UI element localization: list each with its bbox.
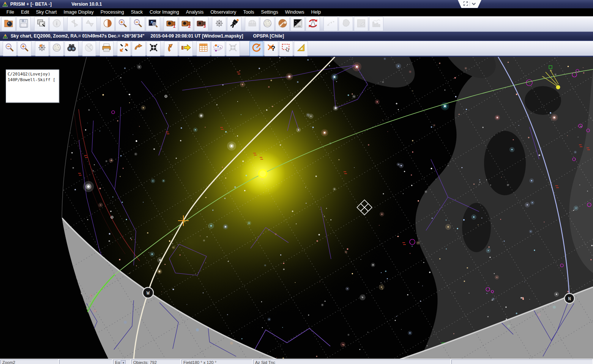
region-blob-button[interactable] — [339, 17, 353, 31]
annotate-square-button[interactable] — [354, 17, 368, 31]
celestial-sphere-button[interactable] — [50, 41, 64, 56]
contrast-adjust-icon — [103, 18, 113, 30]
sky-chart-svg[interactable]: WN — [0, 57, 593, 359]
rotate-chart-button[interactable] — [249, 41, 263, 56]
histogram-button[interactable] — [369, 17, 383, 31]
chart-toolbar-group — [35, 41, 79, 56]
zoom-in-button[interactable] — [115, 17, 130, 31]
main-toolbar-group: i — [34, 17, 64, 31]
identify-object-button[interactable]: ? — [264, 41, 278, 56]
menu-item-file[interactable]: File — [3, 9, 17, 16]
flip-view-button[interactable] — [132, 41, 146, 56]
camera-3-button[interactable]: 3 — [194, 17, 208, 31]
zoom-out-icon — [133, 18, 143, 30]
sky-sphere-icon — [262, 18, 273, 30]
field-rotation-button[interactable] — [35, 41, 49, 56]
expand-icon[interactable] — [463, 1, 468, 7]
step-forward-button[interactable] — [179, 41, 193, 56]
menu-item-settings[interactable]: Settings — [258, 9, 282, 16]
histogram-icon — [371, 18, 382, 30]
main-toolbar-group: 123 — [163, 17, 209, 31]
app-titlebar: PRISM + [- BETA -] Version 10.0.1 — [0, 0, 593, 8]
camera-1-button[interactable]: 1 — [164, 17, 178, 31]
reduce-field-button[interactable] — [147, 41, 161, 56]
plot-curve-button[interactable] — [323, 17, 338, 31]
print-chart-icon — [101, 42, 112, 54]
menu-item-stack[interactable]: Stack — [128, 9, 146, 16]
telescope-control-button[interactable] — [227, 17, 241, 31]
sky-chart-canvas[interactable]: WN C/2014Q2(Lovejoy) 140P/Bowell-Skiff [ — [0, 57, 593, 359]
frame-selector[interactable]: Eq ▲ — [113, 359, 131, 364]
ephemeris-table-icon — [198, 42, 208, 54]
ephemeris-table-button[interactable] — [196, 41, 210, 56]
menu-item-analysis[interactable]: Analysis — [183, 9, 207, 16]
main-toolbar-group — [1, 17, 31, 31]
menu-bar: FileEditSky ChartImage DisplayProcessing… — [0, 8, 593, 16]
menu-item-color-imaging[interactable]: Color Imaging — [146, 9, 183, 16]
chart-settings-icon — [84, 42, 94, 54]
menu-item-image-display[interactable]: Image Display — [60, 9, 97, 16]
contrast-adjust-button[interactable] — [100, 17, 115, 31]
focuser-gear-button[interactable] — [212, 17, 226, 31]
svg-text:i: i — [56, 20, 57, 27]
ccd-image-button[interactable] — [290, 17, 305, 31]
flip-vertical-button[interactable] — [67, 17, 82, 31]
flip-horizontal-icon — [85, 18, 95, 30]
expand-field-button[interactable] — [117, 41, 131, 56]
camera-2-button[interactable]: 2 — [179, 17, 193, 31]
flip-horizontal-button[interactable] — [82, 17, 97, 31]
magnify-image-button[interactable] — [146, 17, 160, 31]
search-object-button[interactable] — [65, 41, 79, 56]
main-toolbar-group — [323, 17, 384, 31]
menu-item-sky-chart[interactable]: Sky Chart — [33, 9, 60, 16]
image-info-button[interactable]: i — [49, 17, 64, 31]
prism-application: PRISM + [- BETA -] Version 10.0.1 FileEd… — [0, 0, 593, 364]
camera-1-icon: 1 — [166, 18, 176, 30]
measure-angle-button[interactable] — [294, 41, 308, 56]
menu-item-observatory[interactable]: Observatory — [207, 9, 240, 16]
open-image-icon — [3, 18, 14, 30]
menu-item-tools[interactable]: Tools — [240, 9, 257, 16]
main-toolbar-group — [244, 17, 320, 31]
magnify-image-icon — [148, 18, 158, 30]
chart-toolbar-group — [196, 41, 240, 56]
save-image-button[interactable] — [16, 17, 31, 31]
chart-settings-button[interactable] — [82, 41, 96, 56]
reduce-field-alt-button[interactable] — [226, 41, 240, 56]
swing-view-button[interactable] — [164, 41, 178, 56]
region-blob-icon — [341, 18, 351, 30]
sky-sphere-button[interactable] — [260, 17, 274, 31]
dome-control-button[interactable] — [245, 17, 259, 31]
svg-text:W: W — [147, 290, 150, 296]
solar-system-button[interactable] — [211, 41, 225, 56]
reduce-field-icon — [148, 42, 159, 54]
chart-toolbar-group — [164, 41, 193, 56]
menu-item-windows[interactable]: Windows — [282, 9, 308, 16]
zoom-out-button[interactable] — [131, 17, 145, 31]
chevron-down-icon[interactable] — [472, 2, 476, 7]
copy-image-button[interactable] — [34, 17, 49, 31]
status-blank-1 — [59, 359, 112, 364]
menu-item-help[interactable]: Help — [308, 9, 324, 16]
main-toolbar-group — [100, 17, 161, 31]
app-version: Version 10.0.1 — [71, 2, 102, 7]
svg-text:?: ? — [271, 45, 275, 52]
menu-item-processing[interactable]: Processing — [97, 9, 128, 16]
status-mode: Az Sid Tnc — [253, 359, 451, 364]
select-region-button[interactable] — [279, 41, 293, 56]
status-objects: Objects: 792 — [131, 359, 181, 364]
app-title: PRISM + [- BETA -] — [10, 2, 52, 7]
calibration-cycle-button[interactable] — [306, 17, 320, 31]
rotate-chart-icon — [251, 42, 262, 54]
status-zoom: Zoom2 — [0, 359, 58, 364]
svg-text:N: N — [568, 296, 571, 301]
zoom-in-button[interactable] — [17, 41, 32, 56]
celestial-sphere-icon — [52, 42, 62, 54]
menu-item-edit[interactable]: Edit — [17, 9, 33, 16]
frame-selector-arrow-icon[interactable]: ▲ — [121, 360, 126, 364]
copy-image-icon — [36, 18, 47, 30]
tools-maintenance-button[interactable] — [275, 17, 290, 31]
open-image-button[interactable] — [1, 17, 16, 31]
print-chart-button[interactable] — [99, 41, 114, 56]
zoom-out-button[interactable] — [3, 41, 17, 56]
